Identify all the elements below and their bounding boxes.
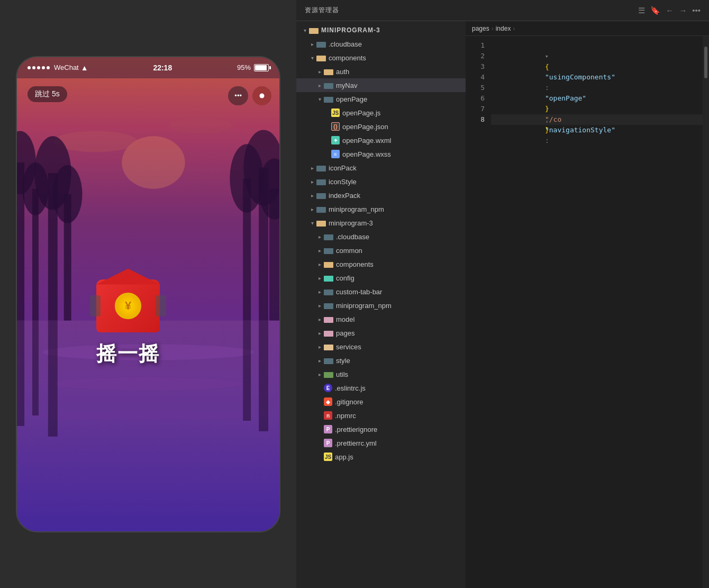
tree-item-components-top[interactable]: components: [296, 51, 466, 65]
prettierrc-label: .prettierrc.yml: [335, 439, 377, 447]
tree-item-gitignore[interactable]: ◆ .gitignore: [296, 395, 466, 409]
phone-panel: WeChat ▲ 22:18 95% 跳过 5s •••: [0, 0, 296, 588]
forward-icon[interactable]: →: [679, 6, 687, 15]
skip-button[interactable]: 跳过 5s: [28, 86, 67, 102]
signal-dots: [28, 66, 50, 69]
list-icon[interactable]: ☰: [638, 6, 645, 15]
tree-item-auth[interactable]: auth: [296, 65, 466, 78]
tree-item-app-js[interactable]: JS app.js: [296, 450, 466, 464]
bookmark-icon[interactable]: 🔖: [650, 6, 660, 15]
line-num-6: 6: [466, 93, 491, 104]
more-button[interactable]: •••: [228, 86, 248, 105]
yuan-symbol: ¥: [125, 299, 131, 313]
tree-item-iconstyle[interactable]: iconStyle: [296, 175, 466, 188]
cloudbase-inner-folder-icon: [324, 233, 333, 240]
miniprogram-npm-inner-folder-icon: [324, 302, 333, 309]
tree-item-npmrc[interactable]: n .npmrc: [296, 409, 466, 422]
components-top-label: components: [329, 54, 366, 62]
tree-item-cloudbase-inner[interactable]: .cloudbase: [296, 230, 466, 243]
breadcrumb-sep-1: ›: [492, 25, 494, 32]
tree-item-indexpack[interactable]: indexPack: [296, 188, 466, 202]
record-button[interactable]: [252, 86, 271, 105]
tree-item-openpage-wxss[interactable]: ≡ openPage.wxss: [296, 147, 466, 161]
tree-item-mynav[interactable]: myNav: [296, 78, 466, 92]
custom-tab-bar-arrow: [315, 287, 324, 296]
time-display: 22:18: [153, 64, 172, 72]
tree-item-utils[interactable]: utils: [296, 367, 466, 381]
tree-item-openpage-js[interactable]: JS openPage.js: [296, 106, 466, 120]
tree-root[interactable]: MINIPROGRAM-3: [296, 23, 466, 37]
tree-item-cloudbase-top[interactable]: .cloudbase: [296, 37, 466, 51]
code-indent-7: [545, 115, 553, 123]
svg-point-29: [260, 93, 265, 98]
explorer-header: 资源管理器 ☰ 🔖 ← → •••: [296, 0, 709, 21]
code-area[interactable]: ▾ { "usingComponents" : "ope: [491, 36, 703, 588]
components-top-arrow: [308, 53, 316, 62]
scrollbar-thumb[interactable]: [704, 47, 707, 78]
tree-item-miniprogram-npm-top[interactable]: miniprogram_npm: [296, 202, 466, 216]
root-label: MINIPROGRAM-3: [321, 26, 380, 34]
iconpack-folder-icon: [316, 164, 326, 171]
code-indent-2: [545, 62, 553, 70]
tree-item-openpage-wxml[interactable]: ✦ openPage.wxml: [296, 133, 466, 147]
phone-status-bar: WeChat ▲ 22:18 95%: [17, 57, 279, 78]
status-left: WeChat ▲: [28, 64, 88, 72]
tree-item-common[interactable]: common: [296, 243, 466, 257]
tree-item-services[interactable]: services: [296, 340, 466, 354]
envelope-coin: ¥: [115, 293, 141, 319]
tree-item-style[interactable]: style: [296, 354, 466, 367]
mynav-folder-icon: [324, 82, 333, 89]
tree-item-eslintrc[interactable]: E .eslintrc.js: [296, 381, 466, 395]
miniprogram-npm-inner-label: miniprogram_npm: [336, 302, 392, 310]
tree-item-openpage[interactable]: openPage: [296, 92, 466, 106]
battery-icon: [254, 64, 269, 71]
model-arrow: [315, 315, 324, 323]
tree-item-miniprogram-3[interactable]: miniprogram-3: [296, 216, 466, 230]
code-scrollbar[interactable]: [703, 36, 709, 588]
npmrc-icon: n: [324, 411, 332, 420]
breadcrumb-pages: pages: [472, 25, 489, 32]
custom-tab-bar-label: custom-tab-bar: [336, 288, 382, 296]
record-icon: [259, 92, 265, 100]
tree-item-miniprogram-npm-inner[interactable]: miniprogram_npm: [296, 298, 466, 312]
dot-1: [28, 66, 31, 69]
tree-item-components-inner[interactable]: components: [296, 257, 466, 271]
tree-item-prettierrc[interactable]: P .prettierrc.yml: [296, 436, 466, 450]
services-folder-icon: [324, 343, 333, 350]
components-inner-arrow: [315, 260, 324, 268]
openpage-wxss-label: openPage.wxss: [342, 150, 391, 158]
tree-item-custom-tab-bar[interactable]: custom-tab-bar: [296, 285, 466, 298]
back-icon[interactable]: ←: [666, 6, 674, 15]
more-options-icon[interactable]: •••: [692, 6, 701, 15]
envelope-side-left: [90, 295, 101, 316]
utils-arrow: [315, 370, 324, 378]
envelope-body: ¥: [96, 279, 160, 332]
auth-label: auth: [336, 68, 349, 76]
services-label: services: [336, 343, 361, 351]
line-num-7: 7: [466, 104, 491, 114]
mynav-label: myNav: [336, 82, 357, 89]
tree-item-config[interactable]: config: [296, 271, 466, 285]
tree-item-iconpack[interactable]: iconPack: [296, 161, 466, 175]
tree-item-openpage-json[interactable]: {} openPage.json: [296, 120, 466, 133]
cloudbase-inner-label: .cloudbase: [336, 233, 369, 241]
openpage-wxml-label: openPage.wxml: [342, 137, 392, 144]
phone-frame: WeChat ▲ 22:18 95% 跳过 5s •••: [16, 56, 280, 532]
utils-label: utils: [336, 370, 348, 378]
status-right: 95%: [237, 64, 269, 71]
indexpack-label: indexPack: [329, 192, 360, 200]
tree-item-pages[interactable]: pages: [296, 326, 466, 340]
auth-folder-icon: [324, 68, 333, 75]
openpage-wxml-icon: ✦: [331, 136, 340, 144]
wifi-icon: ▲: [81, 64, 88, 72]
tree-item-prettierignore[interactable]: P .prettierignore: [296, 422, 466, 436]
iconstyle-arrow: [308, 177, 316, 186]
openpage-label: openPage: [336, 95, 367, 103]
eslintrc-label: .eslintrc.js: [335, 384, 366, 392]
top-controls: •••: [228, 86, 271, 105]
iconstyle-label: iconStyle: [329, 178, 357, 186]
config-label: config: [336, 274, 355, 282]
dot-4: [42, 66, 45, 69]
tree-item-model[interactable]: model: [296, 312, 466, 326]
app-js-label: app.js: [335, 453, 353, 461]
